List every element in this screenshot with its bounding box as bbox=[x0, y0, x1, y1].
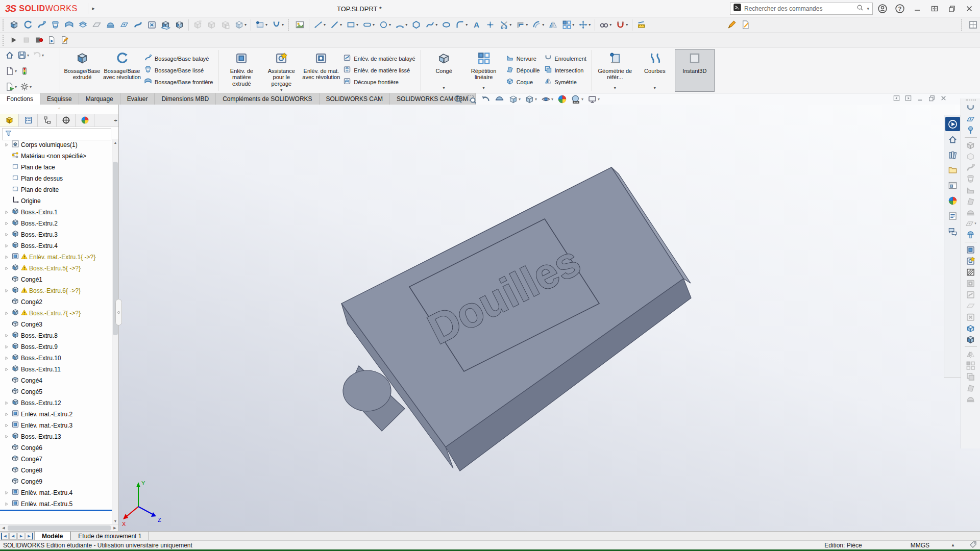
taskpane-tab-custom-properties[interactable] bbox=[945, 209, 960, 223]
expand-arrow-icon[interactable] bbox=[3, 490, 10, 495]
tree-item[interactable]: Boss.-Extru.1 bbox=[0, 207, 112, 218]
tree-item[interactable]: Congé5 bbox=[0, 386, 112, 397]
rect-icon[interactable]: ▾ bbox=[344, 18, 360, 32]
expand-arrow-icon[interactable] bbox=[3, 423, 10, 428]
hscroll-thumb[interactable] bbox=[8, 525, 111, 531]
model-tab-etude-de-mouvement-1[interactable]: Etude de mouvement 1 bbox=[70, 532, 149, 540]
expand-arrow-icon[interactable] bbox=[3, 255, 10, 260]
taskpane-tab-home[interactable] bbox=[945, 132, 960, 146]
tree-item[interactable]: Matériau <non spécifié> bbox=[0, 151, 112, 162]
expand-arrow-icon[interactable] bbox=[3, 288, 10, 293]
undo-button[interactable]: ▾ bbox=[31, 50, 45, 60]
ribbon-button-cutsweep[interactable]: Enlèv. de matière balayé bbox=[343, 54, 415, 64]
zoomarea-icon[interactable] bbox=[465, 94, 478, 104]
help-icon[interactable]: ? bbox=[892, 2, 908, 15]
split-icon[interactable] bbox=[173, 18, 186, 32]
slot-icon[interactable]: ▾ bbox=[360, 18, 377, 32]
part-3d-scene[interactable]: Douilles bbox=[119, 105, 980, 531]
home-button[interactable] bbox=[4, 50, 15, 60]
textA-icon[interactable]: A bbox=[470, 18, 483, 32]
crosshatch-icon[interactable] bbox=[966, 266, 975, 278]
ribbon-button-cutrevolve[interactable]: Enlèv. de mat. avec révolution bbox=[301, 49, 341, 92]
prevview-icon[interactable] bbox=[479, 94, 492, 104]
taskpane-tab-resources[interactable] bbox=[945, 117, 960, 131]
scroll-right-icon[interactable]: ▶ bbox=[111, 524, 118, 532]
circle-icon[interactable]: ▾ bbox=[377, 18, 393, 32]
pattern-icon[interactable] bbox=[966, 360, 975, 371]
panel-splitter-handle[interactable] bbox=[115, 299, 122, 325]
markuppencil-icon[interactable] bbox=[725, 18, 739, 32]
expand-arrow-icon[interactable] bbox=[3, 344, 10, 349]
loft-icon[interactable] bbox=[48, 18, 62, 32]
polygon-icon[interactable] bbox=[409, 18, 423, 32]
tree-item[interactable]: Boss.-Extru.2 bbox=[0, 218, 112, 229]
macroedit-icon[interactable] bbox=[58, 34, 71, 47]
doc-restore-icon[interactable] bbox=[928, 94, 936, 104]
tree-item[interactable]: Boss.-Extru.13 bbox=[0, 431, 112, 442]
expand-arrow-icon[interactable] bbox=[3, 333, 10, 338]
dome-icon[interactable] bbox=[966, 207, 975, 218]
tree-item[interactable]: Enlèv. mat.-Extru.1{ ->?} bbox=[0, 252, 112, 263]
menu-expand-arrow-icon[interactable]: ▸ bbox=[88, 3, 99, 14]
units-status[interactable]: MMGS bbox=[911, 542, 929, 549]
wrap-icon[interactable] bbox=[966, 102, 975, 113]
ribbon-button-boundary[interactable]: Bossage/Base frontière bbox=[144, 77, 213, 87]
tree-item[interactable]: Plan de face bbox=[0, 162, 112, 173]
ribbon-button-extrude[interactable]: Bossage/Base extrudé bbox=[62, 49, 102, 92]
expand-arrow-icon[interactable] bbox=[3, 243, 10, 248]
point-icon[interactable] bbox=[483, 18, 497, 32]
ribbon-button-draft[interactable]: Dépouille bbox=[506, 65, 540, 76]
doc-prev-icon[interactable] bbox=[893, 94, 900, 104]
chamfer-icon[interactable] bbox=[966, 151, 975, 162]
boundary-icon[interactable] bbox=[62, 18, 76, 32]
tree-item[interactable]: Enlèv. mat.-Extru.5 bbox=[0, 498, 112, 510]
ribbon-button-instant3d[interactable]: Instant3D bbox=[675, 49, 715, 92]
expand-arrow-icon[interactable] bbox=[3, 400, 10, 406]
tab-marquage[interactable]: Marquage bbox=[79, 93, 120, 105]
thicken-icon[interactable] bbox=[76, 18, 90, 32]
play-icon[interactable] bbox=[7, 34, 20, 47]
freeform-icon[interactable] bbox=[966, 113, 975, 124]
tree-item[interactable]: Congé3 bbox=[0, 319, 112, 330]
toolbar-grip-icon[interactable] bbox=[288, 19, 291, 31]
expand-arrow-icon[interactable] bbox=[3, 412, 10, 417]
prev-model-tab-icon[interactable]: ◀ bbox=[9, 533, 17, 540]
rollback-bar[interactable] bbox=[0, 510, 112, 511]
cavity-icon[interactable] bbox=[145, 18, 159, 32]
freeform-icon[interactable]: ▾ bbox=[965, 218, 976, 229]
scroll-down-icon[interactable]: ▼ bbox=[112, 518, 118, 524]
fillet-icon[interactable] bbox=[966, 139, 975, 151]
tree-horizontal-scrollbar[interactable]: ◀ ▶ bbox=[0, 524, 118, 531]
panel-collapse-arrow-icon[interactable]: ⌃ bbox=[0, 105, 118, 114]
tree-vertical-scrollbar[interactable]: ▲ ▼ bbox=[112, 139, 118, 524]
ribbon-button-revolve[interactable]: Bossage/Base avec révolution bbox=[102, 49, 142, 92]
flex-icon[interactable] bbox=[131, 18, 145, 32]
copybody-icon[interactable] bbox=[218, 18, 232, 32]
units-caret-icon[interactable]: ▲ bbox=[951, 543, 955, 547]
tree-item[interactable]: Boss.-Extru.7{ ->?} bbox=[0, 308, 112, 319]
graphics-viewport[interactable]: Douilles Y X Z ▾ bbox=[119, 105, 980, 531]
spline-icon[interactable]: ▾ bbox=[423, 18, 439, 32]
scene-icon[interactable]: ▾ bbox=[570, 94, 585, 104]
zoomfit-icon[interactable] bbox=[452, 94, 464, 104]
shell-icon[interactable] bbox=[966, 322, 975, 334]
macrodoc-icon[interactable] bbox=[45, 34, 58, 47]
command-search[interactable]: ▾ bbox=[730, 3, 873, 15]
picture-icon[interactable] bbox=[293, 18, 307, 32]
scroll-up-icon[interactable]: ▲ bbox=[112, 139, 118, 145]
tree-item[interactable]: Congé8 bbox=[0, 465, 112, 476]
dropdown-caret-icon[interactable]: ▾ bbox=[443, 86, 445, 91]
next-model-tab-icon[interactable]: ▶ bbox=[17, 533, 25, 540]
expand-arrow-icon[interactable] bbox=[3, 221, 10, 226]
ribbon-button-cutboundary[interactable]: Découpe frontière bbox=[343, 77, 415, 87]
snaps-icon[interactable]: ▾ bbox=[614, 18, 630, 32]
tree-item[interactable]: Congé6 bbox=[0, 442, 112, 454]
tree-item[interactable]: Congé1 bbox=[0, 274, 112, 285]
tab-compl-ments-de-solidworks[interactable]: Compléments de SOLIDWORKS bbox=[216, 93, 319, 105]
tree-item[interactable]: Boss.-Extru.12 bbox=[0, 397, 112, 409]
ribbon-button-pattern[interactable]: Répétition linéaire▾ bbox=[464, 49, 504, 92]
panel-tab-configurationmanager[interactable] bbox=[38, 114, 57, 127]
movesk-icon[interactable]: ▾ bbox=[576, 18, 593, 32]
tab-esquisse[interactable]: Esquisse bbox=[40, 93, 79, 105]
restore-button[interactable] bbox=[944, 2, 960, 15]
